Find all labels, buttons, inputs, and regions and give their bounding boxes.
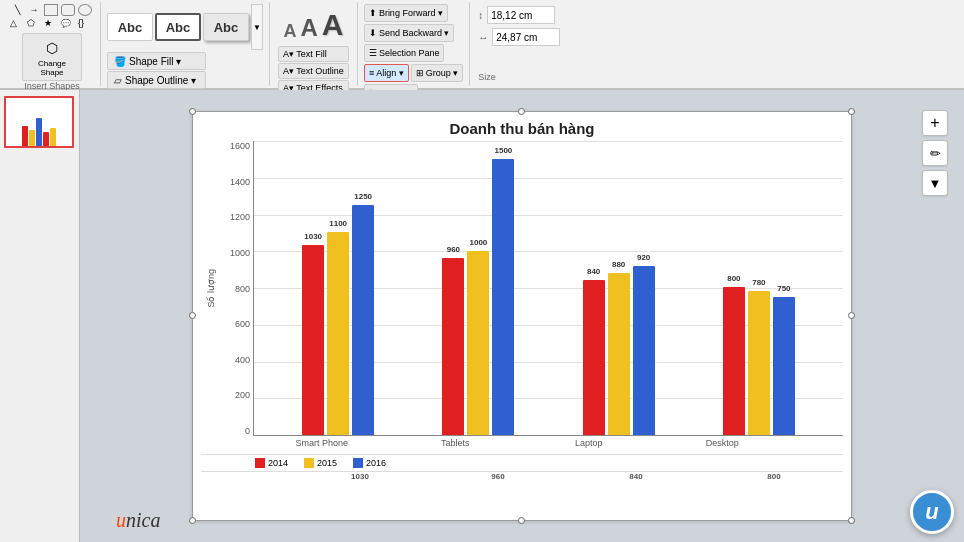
shape-swatch-plain[interactable]: Abc	[107, 13, 153, 41]
resize-handle-bl[interactable]	[189, 517, 196, 524]
shape-fill-label: Shape Fill ▾	[129, 56, 181, 67]
rounded-rect-shape[interactable]	[61, 4, 75, 16]
x-axis-labels: Smart Phone Tablets Laptop Desktop	[201, 436, 843, 450]
selection-pane-btn[interactable]: ☰Selection Pane	[364, 44, 445, 62]
bar-desktop-2014: 800	[723, 287, 745, 435]
bar-desktop-2016: 750	[773, 297, 795, 435]
edit-btn[interactable]: ✏	[922, 140, 948, 166]
chart-plot: 1030 1100 1250	[253, 141, 843, 436]
send-backward-btn[interactable]: ⬇Send Backward ▾	[364, 24, 455, 42]
group-label: Group ▾	[426, 68, 459, 78]
align-label: Align ▾	[376, 68, 404, 78]
selection-pane-label: Selection Pane	[379, 48, 440, 58]
resize-handle-br[interactable]	[848, 517, 855, 524]
size-label: Size	[478, 72, 560, 82]
slide-thumbnail[interactable]	[4, 96, 74, 148]
text-fill-btn[interactable]: A▾ Text Fill	[278, 46, 349, 62]
canvas-area: Doanh thu bán hàng Số lượng 1600 1400 12…	[80, 90, 964, 542]
chart-legend-table: 2014 2015 2016 1030 9	[201, 454, 843, 481]
wordart-a-small[interactable]: A	[283, 21, 296, 42]
shape-styles-section: Abc Abc Abc ▼ 🪣 Shape Fill ▾ ▱ Shape Out…	[101, 2, 270, 86]
arrow-shape[interactable]: →	[27, 4, 41, 16]
resize-handle-ml[interactable]	[189, 312, 196, 319]
text-outline-btn[interactable]: A▾ Text Outline	[278, 63, 349, 79]
shape-outline-btn[interactable]: ▱ Shape Outline ▾	[107, 71, 206, 89]
star-shape[interactable]: ★	[44, 17, 58, 29]
bring-forward-label: Bring Forward ▾	[379, 8, 443, 18]
pentagon-shape[interactable]: ⬠	[27, 17, 41, 29]
bar-group-smartphone: 1030 1100 1250	[302, 205, 374, 435]
bar-tablets-2015: 1000	[467, 251, 489, 435]
bar-laptop-2016: 920	[633, 266, 655, 435]
main-area: Doanh thu bán hàng Số lượng 1600 1400 12…	[0, 90, 964, 542]
shape-outline-label: Shape Outline ▾	[125, 75, 196, 86]
right-tools: + ✏ ▼	[922, 110, 948, 196]
zoom-in-btn[interactable]: +	[922, 110, 948, 136]
shape-swatch-shadow[interactable]: Abc	[203, 13, 249, 41]
change-shape-label: Change Shape	[27, 60, 77, 78]
resize-handle-bc[interactable]	[518, 517, 525, 524]
width-input[interactable]	[492, 28, 560, 46]
bar-group-desktop: 800 780 750	[723, 287, 795, 435]
group-btn[interactable]: ⊞Group ▾	[411, 64, 464, 82]
size-section: ↕ ↔ Size	[470, 2, 568, 86]
align-btn[interactable]: ≡Align ▾	[364, 64, 409, 82]
x-label-tablets: Tablets	[415, 438, 495, 448]
insert-shapes-section: ╲ → △ ⬠ ★ 💬 {} ⬡ Change Shape Insert Sha…	[4, 2, 101, 86]
height-icon: ↕	[478, 10, 483, 21]
y-axis-title: Số lượng	[201, 141, 221, 436]
resize-handle-tl[interactable]	[189, 108, 196, 115]
arrange-section: ⬆Bring Forward ▾ ⬇Send Backward ▾ ☰Selec…	[358, 2, 470, 86]
bring-forward-btn[interactable]: ⬆Bring Forward ▾	[364, 4, 448, 22]
send-backward-label: Send Backward ▾	[379, 28, 450, 38]
chart-title: Doanh thu bán hàng	[201, 120, 843, 137]
rect-shape[interactable]	[44, 4, 58, 16]
unica-badge: u	[910, 490, 954, 534]
wordart-a-medium[interactable]: A	[300, 14, 317, 42]
legend-2015: 2015	[304, 458, 337, 468]
bracket-shape[interactable]: {}	[78, 17, 92, 29]
shape-swatch-outline[interactable]: Abc	[155, 13, 201, 41]
resize-handle-tr[interactable]	[848, 108, 855, 115]
x-label-desktop: Desktop	[682, 438, 762, 448]
wordart-a-large[interactable]: A	[322, 8, 344, 42]
bar-laptop-2015: 880	[608, 273, 630, 435]
unica-logo: unica	[116, 509, 160, 532]
bar-group-tablets: 960 1000 1500	[442, 159, 514, 435]
x-label-smartphone: Smart Phone	[282, 438, 362, 448]
styles-expand-btn[interactable]: ▼	[251, 4, 263, 50]
line-shape[interactable]: ╲	[10, 4, 24, 16]
bar-tablets-2014: 960	[442, 258, 464, 435]
wordart-section: A A A A▾ Text Fill A▾ Text Outline A▾ Te…	[270, 2, 358, 86]
shape-fill-btn[interactable]: 🪣 Shape Fill ▾	[107, 52, 206, 70]
filter-btn[interactable]: ▼	[922, 170, 948, 196]
chart-container[interactable]: Doanh thu bán hàng Số lượng 1600 1400 12…	[192, 111, 852, 521]
callout-shape[interactable]: 💬	[61, 17, 75, 29]
bar-tablets-2016: 1500	[492, 159, 514, 435]
legend-2016: 2016	[353, 458, 386, 468]
bar-smartphone-2014: 1030	[302, 245, 324, 435]
ribbon: ╲ → △ ⬠ ★ 💬 {} ⬡ Change Shape Insert Sha…	[0, 0, 964, 90]
legend-2014: 2014	[255, 458, 288, 468]
oval-shape[interactable]	[78, 4, 92, 16]
bar-smartphone-2015: 1100	[327, 232, 349, 435]
slide-panel	[0, 90, 80, 542]
resize-handle-mr[interactable]	[848, 312, 855, 319]
height-input[interactable]	[487, 6, 555, 24]
bar-desktop-2015: 780	[748, 291, 770, 435]
resize-handle-tc[interactable]	[518, 108, 525, 115]
triangle-shape[interactable]: △	[10, 17, 24, 29]
bar-laptop-2014: 840	[583, 280, 605, 435]
y-axis: 1600 1400 1200 1000 800 600 400 200 0	[221, 141, 253, 436]
bar-group-laptop: 840 880 920	[583, 266, 655, 435]
change-shape-button[interactable]: ⬡ Change Shape	[22, 33, 82, 81]
width-icon: ↔	[478, 32, 488, 43]
x-label-laptop: Laptop	[549, 438, 629, 448]
bar-smartphone-2016: 1250	[352, 205, 374, 435]
